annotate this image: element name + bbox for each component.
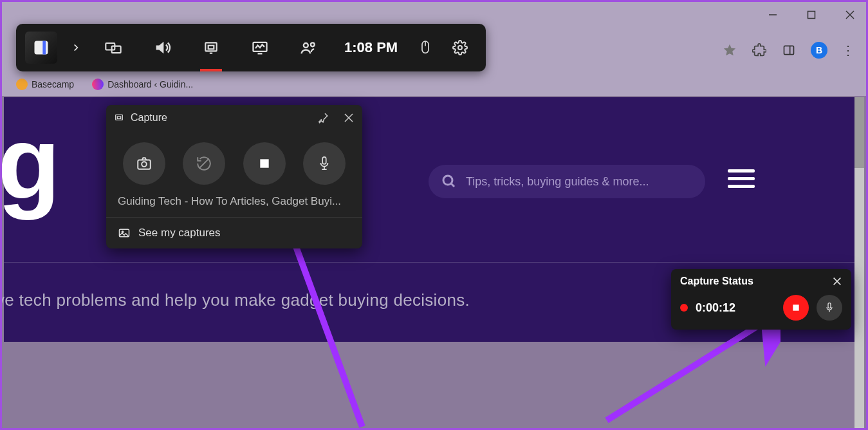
gallery-icon <box>118 227 131 239</box>
pin-icon[interactable] <box>317 112 329 124</box>
microphone-toggle-button[interactable] <box>817 295 842 321</box>
capture-widget-title: Capture <box>131 112 167 124</box>
close-icon[interactable] <box>832 276 842 286</box>
svg-rect-13 <box>208 46 214 49</box>
menu-button[interactable] <box>728 169 755 188</box>
svg-rect-12 <box>205 42 216 51</box>
svg-rect-9 <box>42 41 46 55</box>
bookmark-item[interactable]: Dashboard ‹ Guidin... <box>92 79 193 90</box>
search-icon <box>441 174 457 189</box>
bookmark-label: Dashboard ‹ Guidin... <box>107 79 193 89</box>
maximize-button[interactable] <box>802 5 821 24</box>
stop-button[interactable] <box>783 295 809 321</box>
record-last-button[interactable] <box>183 142 225 185</box>
svg-rect-37 <box>793 304 799 310</box>
capture-widget: Capture Guiding Tech - How To Articles, … <box>106 105 362 248</box>
close-icon[interactable] <box>343 112 355 124</box>
settings-icon[interactable] <box>444 28 476 67</box>
chevron-right-icon[interactable] <box>65 28 87 67</box>
extensions-icon[interactable] <box>752 42 767 58</box>
stop-recording-button[interactable] <box>243 142 286 185</box>
svg-point-27 <box>142 162 147 167</box>
page-overlay <box>4 342 854 426</box>
search-input[interactable]: Tips, tricks, buying guides & more... <box>429 165 705 198</box>
gamebar-clock: 1:08 PM <box>335 39 407 56</box>
bookmark-item[interactable]: Basecamp <box>16 79 74 90</box>
bookmark-label: Basecamp <box>32 79 74 89</box>
guidingtech-icon <box>92 79 104 90</box>
star-icon[interactable] <box>722 42 737 58</box>
svg-line-7 <box>451 183 454 187</box>
xbox-game-bar: 1:08 PM <box>16 24 486 71</box>
capture-status-title: Capture Status <box>680 276 753 287</box>
svg-rect-23 <box>117 117 120 118</box>
see-captures-button[interactable]: See my captures <box>106 218 362 248</box>
bookmarks-bar: Basecamp Dashboard ‹ Guidin... <box>2 73 866 96</box>
search-placeholder: Tips, tricks, buying guides & more... <box>466 175 649 189</box>
svg-point-17 <box>304 43 308 48</box>
svg-rect-30 <box>323 157 327 164</box>
svg-rect-1 <box>808 12 815 19</box>
scrollbar-thumb[interactable] <box>854 97 864 168</box>
chrome-menu-icon[interactable]: ⋮ <box>842 42 854 58</box>
capture-widget-header: Capture <box>106 105 362 131</box>
svg-rect-29 <box>260 159 268 167</box>
basecamp-icon <box>16 79 28 90</box>
xbox-social-icon[interactable] <box>286 28 331 67</box>
divider <box>4 262 854 263</box>
mouse-icon[interactable] <box>411 28 440 67</box>
svg-point-21 <box>458 46 462 50</box>
elapsed-time: 0:00:12 <box>696 301 775 315</box>
performance-icon[interactable] <box>237 28 282 67</box>
close-button[interactable] <box>840 5 860 24</box>
capture-status-widget: Capture Status 0:00:12 <box>671 269 851 330</box>
svg-rect-4 <box>784 46 794 54</box>
svg-point-18 <box>311 42 315 46</box>
screenshot-button[interactable] <box>123 142 165 185</box>
capture-icon[interactable] <box>189 28 234 67</box>
svg-rect-22 <box>116 115 123 120</box>
recording-indicator-icon <box>680 304 688 312</box>
side-panel-icon[interactable] <box>781 42 797 58</box>
svg-point-6 <box>443 176 452 185</box>
minimize-button[interactable] <box>763 5 782 24</box>
widgets-icon[interactable] <box>91 28 136 67</box>
profile-avatar[interactable]: B <box>811 42 827 59</box>
site-logo-letter: g <box>0 104 60 222</box>
microphone-button[interactable] <box>303 142 346 185</box>
svg-rect-8 <box>35 41 48 55</box>
audio-icon[interactable] <box>140 28 185 67</box>
svg-line-28 <box>199 158 209 168</box>
see-captures-label: See my captures <box>138 227 221 239</box>
svg-rect-38 <box>828 303 831 308</box>
pinned-app-icon[interactable] <box>25 32 57 64</box>
capture-window-caption: Guiding Tech - How To Articles, Gadget B… <box>106 191 362 218</box>
tagline-text: ve tech problems and help you make gadge… <box>0 290 470 310</box>
capture-small-icon <box>114 113 124 123</box>
